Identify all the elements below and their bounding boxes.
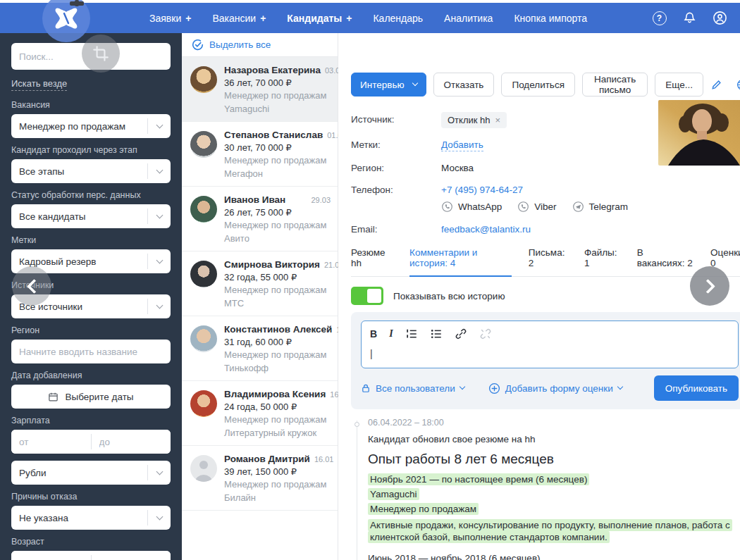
filter-rejection-reason: Причины отказа Не указана	[11, 492, 171, 530]
source-tag-chip[interactable]: Отклик hh ×	[441, 112, 507, 128]
salary-to-input[interactable]	[92, 430, 171, 454]
viber-icon[interactable]	[517, 201, 529, 213]
telegram-link[interactable]: Telegram	[589, 201, 629, 212]
comment-editor[interactable]: B I	[361, 321, 739, 368]
vacancy-select[interactable]: Менеджер по продажам	[11, 114, 171, 138]
chevron-down-icon	[148, 517, 171, 519]
stage-select[interactable]: Все этапы	[11, 159, 171, 183]
visibility-dropdown[interactable]: Все пользователи	[361, 383, 464, 394]
add-rating-form-dropdown[interactable]: Добавить форму оценки	[488, 382, 622, 394]
candidate-row-vladimirova[interactable]: Владимирова Ксения16.01 24 года, 50 000 …	[182, 381, 338, 446]
select-all-button[interactable]: Выделить все	[182, 33, 338, 57]
lock-icon	[361, 383, 371, 393]
choose-dates-button[interactable]: Выберите даты	[11, 385, 171, 409]
ordered-list-icon[interactable]	[405, 328, 418, 340]
region-label: Регион:	[351, 161, 441, 173]
email-label: Email:	[351, 222, 441, 235]
talantix-logo-icon[interactable]	[54, 6, 79, 30]
telegram-icon[interactable]	[572, 201, 584, 213]
remove-source-icon[interactable]: ×	[495, 115, 501, 125]
candidate-row-smirnova[interactable]: Смирнова Виктория21.03 32 года, 55 000 ₽…	[182, 251, 338, 316]
chevron-down-icon	[148, 306, 171, 308]
whatsapp-icon[interactable]	[441, 201, 453, 213]
candidate-avatar	[190, 66, 217, 93]
pd-status-select[interactable]: Все кандидаты	[11, 204, 171, 228]
filter-region: Регион	[11, 325, 171, 363]
candidate-photo	[658, 100, 740, 166]
search-everywhere-link[interactable]: Искать везде	[11, 78, 67, 91]
added-date: 29.03	[311, 196, 331, 204]
age-from-input[interactable]	[11, 551, 91, 560]
carousel-next-button[interactable]	[690, 266, 729, 306]
chevron-left-icon	[26, 278, 41, 293]
more-button[interactable]: Еще...	[655, 73, 703, 97]
candidate-row-nazarova[interactable]: Назарова Екатерина03.04 36 лет, 70 000 ₽…	[182, 57, 338, 122]
unlink-icon[interactable]	[479, 328, 492, 340]
chevron-down-icon	[617, 384, 622, 390]
chevron-down-icon	[148, 125, 171, 127]
menu-item-requests[interactable]: Заявки+	[149, 13, 191, 24]
show-all-history-toggle[interactable]	[351, 287, 383, 305]
filter-date-added: Дата добавления Выберите даты	[11, 371, 171, 409]
candidate-row-romanov[interactable]: Романов Дмитрий16.01 39 лет, 150 000 ₽ М…	[182, 446, 338, 511]
added-date: 16.01	[314, 455, 334, 463]
menu-item-vacancies[interactable]: Вакансии+	[212, 13, 266, 24]
menu-item-analytics[interactable]: Аналитика	[444, 13, 493, 24]
write-letter-button[interactable]: Написать письмо	[582, 73, 648, 97]
carousel-prev-button[interactable]	[12, 266, 51, 306]
interview-stage-dropdown[interactable]: Интервью	[351, 73, 426, 97]
menu-item-import[interactable]: Кнопка импорта	[514, 13, 587, 24]
phone-link[interactable]: +7 (495) 974-64-27	[441, 185, 523, 195]
publish-button[interactable]: Опубликовать	[654, 375, 739, 401]
menu-item-calendar[interactable]: Календарь	[373, 13, 423, 24]
tab-comments-history[interactable]: Комментарии и история: 4	[409, 247, 512, 277]
add-tag-link[interactable]: Добавить	[441, 139, 483, 151]
editor-toolbar: B I	[370, 327, 729, 341]
tab-resume-hh[interactable]: Резюме hh	[351, 247, 393, 276]
italic-icon[interactable]: I	[389, 328, 393, 340]
main-menu: Заявки+ Вакансии+ Кандидаты+ Календарь А…	[149, 13, 587, 24]
email-link[interactable]: feedback@talantix.ru	[441, 224, 531, 235]
check-circle-icon	[192, 39, 204, 51]
edit-pencil-icon[interactable]	[710, 79, 722, 91]
navbar-right-icons: ?	[652, 11, 727, 25]
history-feed: 06.04.2022 – 18:00 Кандидат обновил свое…	[351, 418, 740, 560]
candidate-list: Выделить все Назарова Екатерина03.04 36 …	[182, 33, 338, 560]
candidate-actions-toolbar: Интервью Отказать Поделиться Написать пи…	[351, 73, 740, 97]
profile-icon[interactable]	[713, 11, 727, 25]
age-to-input[interactable]	[92, 551, 171, 560]
rejection-reason-select[interactable]: Не указана	[11, 506, 171, 530]
text-cursor: |	[370, 348, 729, 359]
filter-vacancy: Вакансия Менеджер по продажам	[11, 100, 171, 138]
whatsapp-link[interactable]: WhatsApp	[458, 201, 502, 212]
add-vacancy-button[interactable]: +	[260, 13, 266, 24]
candidate-row-stepanov[interactable]: Степанов Станислав01.04 30 лет, 70 000 ₽…	[182, 122, 338, 187]
currency-select[interactable]: Рубли	[11, 461, 171, 485]
link-icon[interactable]	[455, 328, 467, 340]
salary-from-input[interactable]	[11, 430, 91, 454]
tab-vacancies[interactable]: В вакансиях: 2	[637, 247, 693, 276]
help-icon[interactable]: ?	[652, 11, 667, 25]
job-entry-previous: Июнь 2018 — ноябрь 2018 (6 месяцев) Возр…	[368, 552, 740, 560]
candidate-row-ivanov[interactable]: Иванов Иван29.03 26 лет, 75 000 ₽ Менедж…	[182, 187, 338, 251]
notifications-bell-icon[interactable]	[682, 11, 697, 25]
phone-label: Телефон:	[351, 182, 441, 195]
region-value: Москва	[441, 161, 654, 173]
add-candidate-button[interactable]: +	[346, 13, 352, 24]
reject-button[interactable]: Отказать	[433, 73, 495, 97]
tab-letters[interactable]: Письма: 2	[529, 247, 567, 276]
share-button[interactable]: Поделиться	[501, 73, 575, 97]
tab-files[interactable]: Файлы: 1	[584, 247, 620, 276]
candidate-row-konstantinov[interactable]: Константинов Алексей10.03 31 год, 60 000…	[182, 316, 338, 381]
menu-item-candidates[interactable]: Кандидаты+	[287, 13, 352, 24]
viber-link[interactable]: Viber	[534, 201, 556, 212]
unordered-list-icon[interactable]	[430, 328, 443, 340]
add-request-button[interactable]: +	[185, 13, 191, 24]
calendar-icon	[48, 392, 58, 402]
bold-icon[interactable]: B	[370, 328, 377, 340]
salary-range	[11, 430, 171, 454]
crop-tool-overlay-icon	[82, 35, 120, 73]
globe-icon[interactable]	[736, 79, 740, 91]
age-range	[11, 551, 171, 560]
region-input[interactable]	[11, 340, 171, 363]
